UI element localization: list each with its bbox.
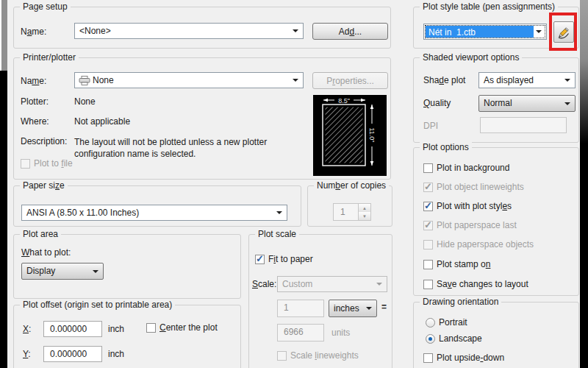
group-drawing-orientation: Drawing orientation Portrait Landscape P… (413, 302, 579, 368)
chevron-down-icon (366, 307, 372, 310)
plot-dialog: Page setup Name: <None> Add... Plot styl… (0, 0, 588, 368)
app-background-right (580, 0, 588, 368)
shade-plot-label: Shade plot (423, 75, 465, 85)
chevron-down-icon (564, 79, 570, 82)
group-plot-scale: Plot scale Fit to paper Scale: Custom 1 … (248, 234, 392, 368)
center-the-plot-checkbox[interactable]: Center the plot (146, 322, 218, 333)
what-to-plot-label: What to plot: (21, 247, 71, 258)
plot-in-background-checkbox[interactable]: Plot in background (423, 163, 509, 173)
printer-icon (79, 76, 90, 85)
checkbox (423, 183, 433, 192)
group-page-setup: Page setup Name: <None> Add... (13, 7, 391, 49)
offset-x-label: X: (23, 324, 31, 334)
group-title: Page setup (20, 1, 71, 12)
offset-y-label: Y: (23, 349, 31, 359)
units-label: units (331, 328, 350, 338)
group-title: Plot offset (origin set to printable are… (20, 300, 175, 310)
width-dimension: 8.5" (338, 97, 350, 105)
add-button[interactable]: Add... (312, 23, 388, 40)
quality-select[interactable]: Normal (478, 95, 576, 112)
chevron-down-icon (293, 29, 298, 32)
plot-to-file-checkbox: Plot to file (21, 158, 73, 169)
offset-y-unit: inch (108, 349, 124, 359)
quality-label: Quality (423, 98, 451, 108)
group-plot-options: Plot options Plot in background Plot obj… (413, 147, 579, 296)
checkbox (423, 240, 433, 250)
offset-y-input[interactable]: 0.000000 (43, 346, 102, 362)
group-title: Printer/plotter (20, 52, 79, 63)
checkbox (423, 221, 433, 230)
app-background-left (0, 0, 7, 368)
scale-unit-select[interactable]: inches (329, 300, 377, 317)
where-label: Where: (21, 116, 49, 127)
printer-name-select[interactable]: None (74, 72, 304, 88)
chevron-down-icon (276, 211, 282, 214)
description-value: The layout will not be plotted unless a … (74, 136, 304, 160)
height-dimension: 11.0" (368, 127, 376, 142)
selected-plot-style: Nét in 1.ctb (426, 26, 534, 38)
chevron-down-icon (564, 102, 570, 105)
group-plot-area: Plot area What to plot: Display (13, 234, 241, 299)
chevron-down-icon (376, 283, 382, 286)
checkbox (21, 159, 30, 169)
checkbox (255, 255, 265, 264)
checkbox (423, 353, 433, 363)
description-label: Description: (21, 136, 67, 146)
plot-paperspace-last-checkbox: Plot paperspace last (423, 220, 517, 230)
plot-upside-down-checkbox[interactable]: Plot upside-down (423, 353, 504, 363)
radio (426, 334, 435, 344)
group-paper-size: Paper size ANSI A (8.50 x 11.00 Inches) (13, 185, 301, 227)
offset-x-unit: inch (108, 324, 124, 334)
group-title: Plot style table (pen assignments) (420, 1, 558, 12)
checkbox (423, 280, 433, 289)
plot-style-table-select[interactable]: Nét in 1.ctb (423, 24, 547, 40)
group-title: Drawing orientation (420, 297, 501, 307)
group-printer-plotter: Printer/plotter Name: None Properties...… (13, 57, 391, 180)
offset-x-input[interactable]: 0.000000 (43, 321, 102, 337)
copies-spinner: 1 ▲ ▼ (333, 203, 371, 221)
group-title: Plot area (20, 229, 61, 239)
scale-drawing-units-input: 6966 (277, 324, 324, 342)
paper-size-select[interactable]: ANSI A (8.50 x 11.00 Inches) (21, 205, 287, 221)
group-title: Shaded viewport options (420, 52, 522, 63)
fit-to-paper-checkbox[interactable]: Fit to paper (255, 254, 313, 264)
equals-sign: = (381, 302, 387, 312)
chevron-down-icon (536, 30, 542, 33)
what-to-plot-select[interactable]: Display (21, 263, 104, 280)
paper-preview: 8.5" 11.0" (313, 95, 387, 176)
page-setup-name-select[interactable]: <None> (74, 23, 304, 39)
checkbox (277, 351, 287, 361)
radio (426, 318, 435, 328)
checkbox (423, 260, 433, 269)
checkbox (146, 323, 156, 333)
portrait-radio[interactable]: Portrait (426, 317, 467, 328)
scale-select: Custom (277, 276, 387, 292)
page-setup-name-label: Name: (21, 26, 46, 37)
plot-object-lineweights-checkbox: Plot object lineweights (423, 182, 524, 192)
group-shaded-viewport: Shaded viewport options Shade plot As di… (413, 57, 579, 143)
printer-name-label: Name: (21, 76, 46, 86)
checkbox (423, 163, 433, 173)
where-value: Not applicable (74, 116, 130, 127)
group-title: Number of copies (314, 180, 389, 191)
group-number-of-copies: Number of copies 1 ▲ ▼ (307, 185, 392, 227)
scale-paper-units-input: 1 (277, 300, 324, 317)
group-plot-offset: Plot offset (origin set to printable are… (13, 305, 241, 368)
copies-value: 1 (340, 207, 345, 217)
chevron-down-icon (93, 270, 98, 273)
shade-plot-select[interactable]: As displayed (478, 72, 576, 88)
plotter-label: Plotter: (21, 96, 49, 107)
scale-label: Scale: (252, 279, 276, 289)
plot-stamp-on-checkbox[interactable]: Plot stamp on (423, 259, 490, 269)
group-plot-style-table: Plot style table (pen assignments) Nét i… (413, 7, 579, 49)
plot-with-plot-styles-checkbox[interactable]: Plot with plot styles (423, 201, 512, 211)
properties-button: Properties... (312, 72, 388, 89)
dpi-label: DPI (423, 121, 438, 131)
save-changes-to-layout-checkbox[interactable]: Save changes to layout (423, 279, 528, 289)
dpi-input (480, 117, 567, 133)
annotation-highlight-box (549, 13, 577, 51)
landscape-radio[interactable]: Landscape (426, 333, 482, 344)
group-title: Plot options (420, 142, 472, 152)
scale-lineweights-checkbox: Scale lineweights (277, 350, 359, 361)
chevron-down-icon (293, 79, 298, 82)
